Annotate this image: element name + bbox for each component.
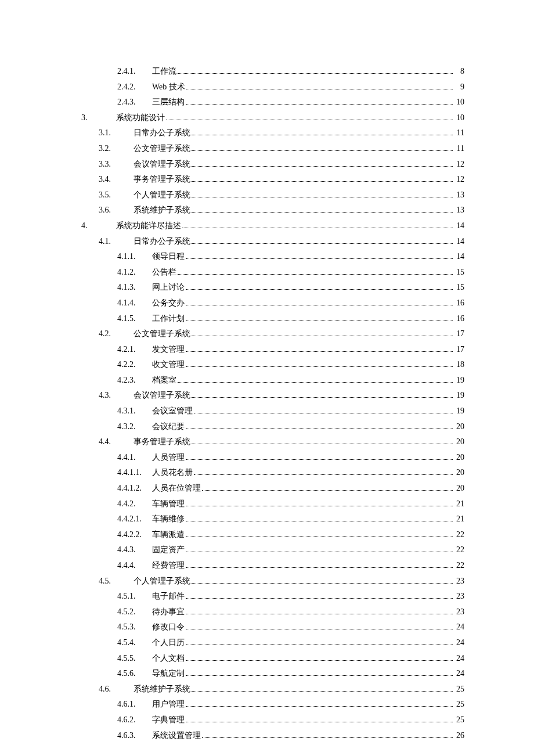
toc-entry-title: 档案室: [152, 373, 176, 388]
toc-entry-page: 14: [454, 218, 464, 234]
document-page: 2.4.1.工作流82.4.2.Web 技术92.4.3.三层结构103.系统功…: [0, 0, 534, 756]
toc-entry: 4.3.2.会议纪要20: [81, 419, 464, 435]
toc-entry-title: 车辆管理: [152, 496, 185, 512]
toc-entry: 4.4.1.人员管理20: [81, 450, 464, 466]
toc-leader-dots: [192, 393, 453, 398]
toc-entry-page: 11: [454, 141, 464, 157]
toc-entry-page: 20: [454, 450, 464, 466]
toc-entry-title: 领导日程: [152, 249, 185, 265]
toc-entry-title: 事务管理子系统: [134, 172, 190, 188]
toc-entry: 4.1.1.领导日程14: [81, 249, 464, 265]
toc-entry-page: 20: [454, 419, 464, 435]
toc-leader-dots: [186, 285, 453, 290]
toc-entry-number: 4.1.1.: [117, 249, 146, 265]
toc-leader-dots: [186, 454, 453, 459]
toc-entry: 3.4.事务管理子系统12: [81, 172, 464, 188]
toc-entry: 2.4.1.工作流8: [81, 64, 464, 80]
toc-entry: 4.1.4.公务交办16: [81, 296, 464, 311]
toc-leader-dots: [186, 423, 453, 429]
toc-leader-dots: [186, 624, 453, 629]
toc-leader-dots: [192, 578, 453, 583]
toc-entry-page: 24: [454, 651, 464, 667]
toc-entry-number: 3.: [81, 110, 110, 126]
toc-entry-number: 4.1.4.: [117, 296, 146, 311]
toc-entry-title: 人员在位管理: [152, 481, 201, 496]
toc-entry-page: 8: [454, 64, 464, 80]
toc-entry-title: 个人日历: [152, 635, 185, 651]
toc-entry-number: 2.4.1.: [117, 64, 146, 80]
toc-leader-dots: [186, 563, 453, 568]
toc-leader-dots: [186, 516, 453, 521]
toc-entry-page: 24: [454, 620, 464, 635]
toc-entry: 4.4.2.2.车辆派遣22: [81, 527, 464, 543]
toc-entry-number: 4.2.3.: [117, 373, 146, 388]
toc-entry-number: 4.6.1.: [117, 697, 146, 712]
toc-entry-title: 公文管理子系统: [134, 326, 190, 342]
toc-entry-number: 4.1.5.: [117, 311, 146, 327]
toc-entry: 4.1.日常办公子系统14: [81, 234, 464, 250]
toc-entry-number: 4.5.3.: [117, 620, 146, 635]
toc-entry-page: 25: [454, 697, 464, 712]
toc-leader-dots: [186, 531, 453, 537]
toc-entry-page: 17: [454, 342, 464, 358]
toc-leader-dots: [178, 69, 453, 74]
toc-entry-page: 12: [454, 157, 464, 172]
toc-entry-number: 4.2.1.: [117, 342, 146, 358]
toc-entry: 2.4.3.三层结构10: [81, 95, 464, 110]
toc-entry: 4.4.1.2.人员在位管理20: [81, 481, 464, 496]
toc-entry-number: 4.6.3.: [117, 728, 146, 744]
toc-entry-page: 16: [454, 311, 464, 327]
toc-entry: 4.4.1.1.人员花名册20: [81, 465, 464, 481]
toc-leader-dots: [192, 161, 453, 166]
toc-entry-page: 19: [454, 373, 464, 388]
toc-entry-title: 会议管理子系统: [134, 157, 190, 172]
toc-entry: 4.5.6.导航定制24: [81, 666, 464, 682]
toc-entry-number: 4.4.1.: [117, 450, 146, 466]
toc-entry-title: 工作计划: [152, 311, 185, 327]
toc-entry: 4.1.2.公告栏15: [81, 265, 464, 280]
toc-entry-title: 固定资产: [152, 542, 185, 558]
toc-entry: 4.4.2.1.车辆维修21: [81, 512, 464, 527]
toc-leader-dots: [182, 223, 453, 228]
toc-entry: 3.2.公文管理子系统11: [81, 141, 464, 157]
toc-leader-dots: [192, 207, 453, 213]
toc-entry-title: 系统功能设计: [116, 110, 165, 126]
toc-entry-title: 车辆维修: [152, 512, 185, 527]
toc-leader-dots: [192, 146, 453, 151]
toc-entry-page: 26: [454, 728, 464, 744]
toc-entry: 3.5.个人管理子系统13: [81, 188, 464, 203]
toc-entry-title: 网上讨论: [152, 280, 185, 296]
toc-entry: 4.6.3.系统设置管理26: [81, 728, 464, 744]
toc-entry-page: 21: [454, 512, 464, 527]
toc-leader-dots: [192, 192, 453, 197]
toc-entry-page: 16: [454, 296, 464, 311]
toc-entry-number: 3.1.: [99, 125, 128, 141]
toc-leader-dots: [186, 346, 453, 351]
toc-entry: 4.2.公文管理子系统17: [81, 326, 464, 342]
toc-leader-dots: [186, 701, 453, 707]
toc-entry-number: 4.4.2.1.: [117, 512, 146, 527]
toc-entry-number: 2.4.3.: [117, 95, 146, 110]
toc-entry-page: 21: [454, 496, 464, 512]
toc-entry-number: 4.6.: [99, 682, 128, 697]
toc-entry-page: 18: [454, 357, 464, 373]
toc-entry-number: 4.4.3.: [117, 542, 146, 558]
toc-leader-dots: [186, 362, 453, 367]
toc-entry: 3.6.系统维护子系统13: [81, 203, 464, 218]
toc-entry-page: 10: [454, 110, 464, 126]
toc-entry-title: 待办事宜: [152, 604, 185, 620]
toc-entry-title: 车辆派遣: [152, 527, 185, 543]
toc-leader-dots: [192, 439, 453, 444]
toc-leader-dots: [186, 254, 453, 259]
toc-entry: 4.4.2.车辆管理21: [81, 496, 464, 512]
toc-entry-page: 9: [454, 80, 464, 95]
toc-leader-dots: [192, 686, 453, 691]
toc-entry-page: 14: [454, 234, 464, 250]
toc-entry-title: 修改口令: [152, 620, 185, 635]
toc-entry-page: 10: [454, 95, 464, 110]
toc-entry: 4.3.1.会议室管理19: [81, 404, 464, 419]
table-of-contents: 2.4.1.工作流82.4.2.Web 技术92.4.3.三层结构103.系统功…: [81, 64, 464, 743]
toc-entry: 4.5.个人管理子系统23: [81, 574, 464, 589]
toc-entry-title: 工作流: [152, 64, 176, 80]
toc-entry-title: 字典管理: [152, 712, 185, 728]
